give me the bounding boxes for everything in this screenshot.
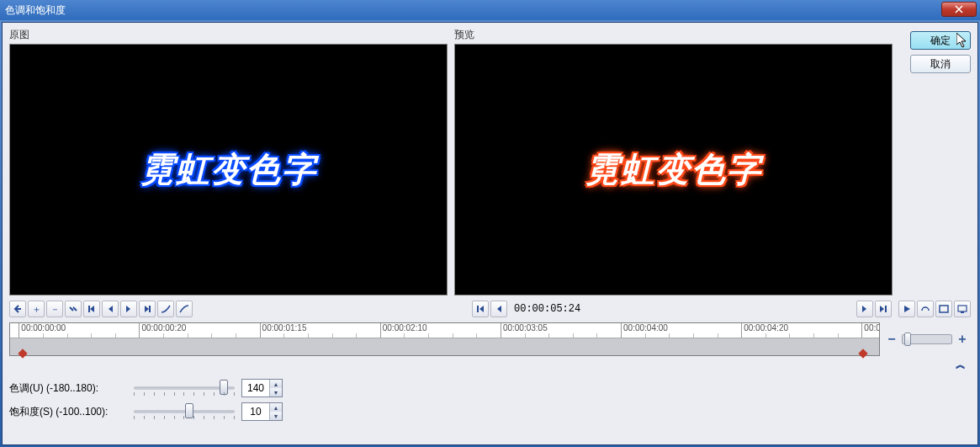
preview-panels: 原图 霓虹变色字 预览 霓虹变色字 确定 取消: [9, 28, 971, 295]
go-start-button[interactable]: [472, 301, 489, 317]
original-label: 原图: [9, 28, 448, 42]
go-last-button[interactable]: [139, 301, 156, 317]
zoom-slider[interactable]: [902, 334, 952, 344]
saturation-label: 饱和度(S) (-100..100):: [9, 405, 127, 419]
hue-label: 色调(U) (-180..180):: [9, 381, 127, 396]
ease-out-button[interactable]: [176, 301, 193, 317]
svg-rect-6: [961, 311, 964, 313]
work-area: 原图 霓虹变色字 预览 霓虹变色字 确定 取消 ＋ －: [2, 22, 978, 445]
hue-spinner[interactable]: ▲▼: [241, 379, 283, 397]
step-back-button[interactable]: [490, 301, 507, 317]
add-keyframe-button[interactable]: ＋: [28, 301, 45, 317]
zoom-out-button[interactable]: −: [885, 323, 898, 355]
dialog-buttons: 确定 取消: [899, 28, 971, 295]
original-neon-text: 霓虹变色字: [140, 146, 317, 193]
expand-toggle-icon[interactable]: ︽: [956, 359, 966, 370]
reverse-keyframes-button[interactable]: [65, 301, 82, 317]
hue-spin-down[interactable]: ▼: [270, 388, 282, 396]
parameters: 色调(U) (-180..180): ▲▼ 饱和度(S) (-100..100)…: [9, 379, 971, 421]
settings-button[interactable]: [954, 301, 971, 317]
ease-in-button[interactable]: [157, 301, 174, 317]
undo-button[interactable]: [9, 301, 26, 317]
window-title: 色调和饱和度: [5, 3, 66, 18]
timeline-ruler[interactable]: 00:00:00:0000:00:00:2000:00:01:1500:00:0…: [10, 323, 879, 338]
step-forward-button[interactable]: [856, 301, 873, 317]
hue-slider[interactable]: [134, 380, 235, 396]
remove-keyframe-button[interactable]: －: [46, 301, 63, 317]
ok-button[interactable]: 确定: [910, 31, 971, 50]
close-button[interactable]: [941, 2, 977, 17]
hue-spin-up[interactable]: ▲: [270, 380, 282, 388]
svg-rect-2: [477, 306, 479, 312]
zoom-in-button[interactable]: +: [956, 323, 969, 355]
result-preview: 霓虹变色字: [454, 44, 893, 295]
original-preview: 霓虹变色字: [9, 44, 448, 295]
svg-rect-4: [940, 306, 948, 312]
svg-rect-1: [149, 306, 151, 312]
go-first-button[interactable]: [83, 301, 100, 317]
saturation-row: 饱和度(S) (-100..100): ▲▼: [9, 402, 971, 421]
display-options-button[interactable]: [935, 301, 952, 317]
preview-label: 预览: [454, 28, 893, 42]
saturation-spin-down[interactable]: ▼: [270, 412, 282, 420]
hue-row: 色调(U) (-180..180): ▲▼: [9, 379, 971, 397]
current-timecode: 00:00:05:24: [514, 303, 580, 315]
svg-rect-0: [88, 306, 90, 312]
original-panel: 原图 霓虹变色字: [9, 28, 448, 295]
expand-row: ︽: [9, 356, 971, 372]
zoom-slider-thumb[interactable]: [904, 333, 911, 346]
go-end-button[interactable]: [875, 301, 892, 317]
timeline[interactable]: 00:00:00:0000:00:00:2000:00:01:1500:00:0…: [9, 322, 880, 356]
ruler-tick: 00:00:05:15: [861, 323, 879, 338]
next-keyframe-button[interactable]: [120, 301, 137, 317]
saturation-slider[interactable]: [134, 403, 235, 420]
loop-button[interactable]: [917, 301, 934, 317]
title-bar: 色调和饱和度: [0, 0, 980, 20]
timeline-area: 00:00:00:0000:00:00:2000:00:01:1500:00:0…: [9, 322, 971, 356]
result-panel: 预览 霓虹变色字: [454, 28, 893, 295]
result-neon-text: 霓虹变色字: [585, 146, 762, 193]
hue-input[interactable]: [242, 380, 269, 396]
saturation-spinner[interactable]: ▲▼: [241, 402, 283, 421]
svg-rect-5: [958, 306, 967, 311]
transport-toolbar: ＋ － 00:00:05:24: [9, 301, 971, 317]
saturation-input[interactable]: [242, 403, 269, 420]
saturation-spin-up[interactable]: ▲: [270, 403, 282, 412]
zoom-controls: − +: [883, 322, 971, 356]
prev-keyframe-button[interactable]: [102, 301, 119, 317]
play-button[interactable]: [898, 301, 915, 317]
cancel-button[interactable]: 取消: [910, 55, 971, 73]
timeline-track[interactable]: [10, 338, 879, 355]
svg-rect-3: [885, 306, 887, 312]
